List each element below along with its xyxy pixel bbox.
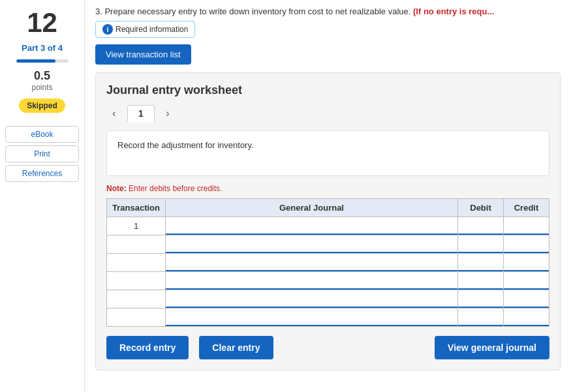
instruction-main: 3. Prepare necessary entry to write down…	[95, 7, 410, 16]
credit-input-0[interactable]	[504, 217, 549, 235]
action-buttons: Record entry Clear entry View general jo…	[106, 336, 549, 359]
points-value: 0.5	[31, 69, 52, 83]
header-credit: Credit	[504, 198, 549, 217]
general-journal-cell-0[interactable]	[166, 217, 458, 235]
record-entry-button[interactable]: Record entry	[106, 336, 189, 359]
description-box: Record the adjustment for inventory.	[106, 130, 549, 176]
references-link[interactable]: References	[5, 165, 79, 182]
prev-tab-button[interactable]: ‹	[106, 106, 122, 121]
tx-cell-4	[107, 290, 166, 308]
debit-input-3[interactable]	[458, 272, 503, 290]
debit-cell-4[interactable]	[458, 290, 504, 308]
view-general-journal-button[interactable]: View general journal	[435, 336, 549, 359]
sidebar: 12 Part 3 of 4 0.5 points Skipped eBook …	[0, 0, 85, 392]
info-icon: i	[102, 24, 113, 35]
table-header-row: Transaction General Journal Debit Credit	[107, 198, 549, 217]
step-number: 12	[27, 9, 57, 37]
active-tab[interactable]: 1	[127, 105, 155, 123]
credit-cell-2[interactable]	[504, 253, 549, 271]
note-content: Enter debits before credits.	[129, 184, 222, 193]
print-link[interactable]: Print	[5, 145, 79, 162]
table-row	[107, 253, 549, 271]
tx-cell-5	[107, 308, 166, 326]
credit-input-3[interactable]	[504, 272, 549, 290]
credit-cell-4[interactable]	[504, 290, 549, 308]
instruction-text: 3. Prepare necessary entry to write down…	[95, 5, 494, 18]
credit-cell-1[interactable]	[504, 235, 549, 253]
general-journal-cell-4[interactable]	[166, 290, 458, 308]
table-row	[107, 290, 549, 308]
note-label: Note:	[106, 184, 127, 193]
general-journal-input-2[interactable]	[166, 254, 457, 271]
view-transaction-button[interactable]: View transaction list	[95, 44, 191, 65]
table-row	[107, 308, 549, 326]
journal-table: Transaction General Journal Debit Credit…	[106, 198, 549, 327]
header-transaction: Transaction	[107, 198, 166, 217]
debit-input-2[interactable]	[458, 254, 503, 271]
table-row: 1	[107, 217, 549, 235]
instruction-area: 3. Prepare necessary entry to write down…	[95, 5, 494, 38]
tx-cell-1	[107, 235, 166, 253]
part-label: Part 3 of 4	[22, 43, 63, 53]
clear-entry-button[interactable]: Clear entry	[199, 336, 273, 359]
debit-cell-1[interactable]	[458, 235, 504, 253]
general-journal-cell-3[interactable]	[166, 271, 458, 290]
tx-cell-0: 1	[107, 217, 166, 235]
debit-cell-5[interactable]	[458, 308, 504, 326]
debit-cell-3[interactable]	[458, 271, 504, 290]
general-journal-input-1[interactable]	[166, 235, 457, 253]
general-journal-input-4[interactable]	[166, 290, 457, 308]
description-text: Record the adjustment for inventory.	[117, 140, 254, 150]
debit-input-5[interactable]	[458, 309, 503, 326]
header-general-journal: General Journal	[166, 198, 458, 217]
top-bar: 3. Prepare necessary entry to write down…	[95, 5, 561, 38]
general-journal-cell-2[interactable]	[166, 253, 458, 271]
credit-cell-3[interactable]	[504, 271, 549, 290]
credit-input-1[interactable]	[504, 235, 549, 253]
table-body: 1	[107, 217, 549, 326]
instruction-red: (If no entry is requ...	[413, 7, 494, 16]
credit-cell-5[interactable]	[504, 308, 549, 326]
tab-nav: ‹ 1 ›	[106, 105, 549, 123]
table-row	[107, 271, 549, 290]
worksheet-container: Journal entry worksheet ‹ 1 › Record the…	[95, 72, 561, 370]
sidebar-links: eBook Print References	[5, 126, 79, 182]
general-journal-cell-5[interactable]	[166, 308, 458, 326]
header-debit: Debit	[458, 198, 504, 217]
credit-input-2[interactable]	[504, 254, 549, 271]
debit-cell-2[interactable]	[458, 253, 504, 271]
points-section: 0.5 points	[31, 69, 52, 92]
debit-input-4[interactable]	[458, 290, 503, 308]
credit-input-5[interactable]	[504, 309, 549, 326]
debit-input-0[interactable]	[458, 217, 503, 235]
points-label: points	[31, 83, 52, 92]
next-tab-button[interactable]: ›	[160, 106, 176, 121]
main-content: 3. Prepare necessary entry to write down…	[85, 0, 571, 392]
progress-bar	[16, 59, 69, 63]
general-journal-input-0[interactable]	[166, 217, 457, 235]
skipped-badge: Skipped	[19, 98, 65, 113]
required-info-badge[interactable]: i Required information	[95, 21, 195, 38]
required-info-label: Required information	[116, 25, 188, 34]
debit-input-1[interactable]	[458, 235, 503, 253]
general-journal-cell-1[interactable]	[166, 235, 458, 253]
worksheet-title: Journal entry worksheet	[106, 83, 549, 97]
progress-bar-fill	[16, 59, 55, 63]
general-journal-input-5[interactable]	[166, 309, 457, 326]
note-text: Note: Enter debits before credits.	[106, 184, 549, 193]
table-row	[107, 235, 549, 253]
tx-cell-2	[107, 253, 166, 271]
tx-cell-3	[107, 271, 166, 290]
debit-cell-0[interactable]	[458, 217, 504, 235]
ebook-link[interactable]: eBook	[5, 126, 79, 143]
general-journal-input-3[interactable]	[166, 272, 457, 290]
credit-cell-0[interactable]	[504, 217, 549, 235]
credit-input-4[interactable]	[504, 290, 549, 308]
